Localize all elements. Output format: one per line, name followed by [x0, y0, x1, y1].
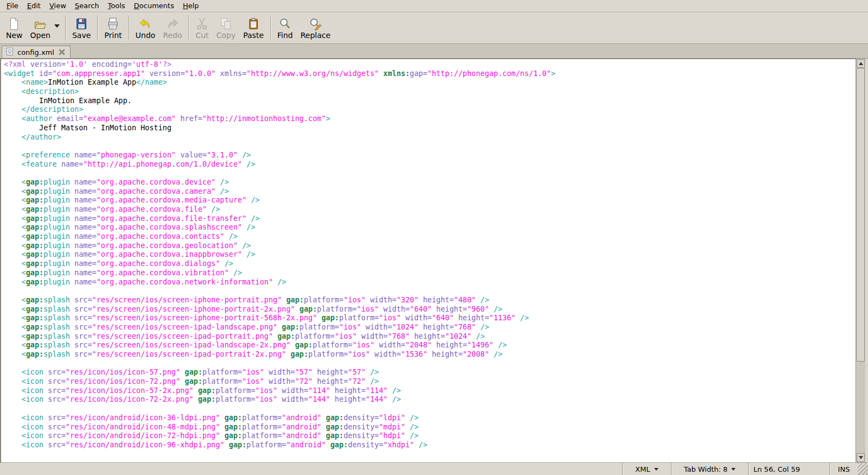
code-line: <gap:plugin name="org.apache.cordova.ina… — [4, 250, 856, 259]
status-bar: XML Tab Width: 8 Ln 56, Col 59 INS — [0, 463, 868, 475]
code-line: <gap:splash src="res/screen/ios/screen-i… — [4, 313, 856, 322]
chevron-down-icon — [731, 468, 736, 471]
tab-width-label: Tab Width: — [684, 465, 721, 473]
save-icon — [75, 17, 88, 30]
undo-icon — [139, 17, 152, 30]
tab-title: config.xml — [17, 48, 54, 56]
paste-icon — [247, 17, 260, 30]
editor-area[interactable]: <?xml version='1.0' encoding='utf-8'?><w… — [0, 59, 868, 463]
chevron-down-icon — [654, 468, 658, 471]
code-line: <gap:plugin name="org.apache.cordova.fil… — [4, 205, 856, 214]
toolbar-button-label: Find — [277, 31, 293, 40]
toolbar-button-paste[interactable]: Paste — [239, 16, 268, 41]
toolbar-button-label: Paste — [243, 31, 264, 40]
tab-width-selector[interactable]: Tab Width: 8 — [671, 463, 748, 475]
close-icon[interactable] — [58, 48, 66, 56]
code-line: <description> — [4, 87, 856, 96]
code-line — [4, 404, 856, 413]
menu-documents[interactable]: Documents — [130, 0, 179, 12]
toolbar-button-label: Copy — [216, 31, 236, 40]
code-line: <gap:splash src="res/screen/ios/screen-i… — [4, 305, 856, 314]
code-line: <icon src="res/icon/ios/icon-57-2x.png" … — [4, 386, 856, 395]
toolbar-button-print[interactable]: Print — [100, 16, 125, 41]
code-line: <gap:plugin name="org.apache.cordova.med… — [4, 195, 856, 205]
code-line: <icon src="res/icon/android/icon-36-ldpi… — [4, 413, 856, 422]
toolbar-button-replace[interactable]: Replace — [296, 16, 334, 41]
language-label: XML — [635, 465, 650, 473]
toolbar-separator — [129, 16, 129, 41]
code-line: <icon src="res/icon/android/icon-72-hdpi… — [4, 431, 856, 440]
code-line: <gap:plugin name="org.apache.cordova.spl… — [4, 223, 856, 232]
toolbar-button-label: Undo — [136, 31, 156, 40]
scrollbar-thumb[interactable] — [857, 68, 865, 362]
code-line: <icon src="res/icon/ios/icon-72.png" gap… — [4, 377, 856, 386]
menu-tools[interactable]: Tools — [104, 0, 130, 12]
toolbar-button-find[interactable]: Find — [274, 16, 297, 41]
menu-bar: FileEditViewSearchToolsDocumentsHelp — [0, 0, 868, 12]
open-folder-icon — [34, 17, 47, 30]
toolbar-button-label: Open — [30, 31, 50, 40]
menu-help[interactable]: Help — [179, 0, 204, 12]
text-content[interactable]: <?xml version='1.0' encoding='utf-8'?><w… — [1, 59, 856, 463]
toolbar-button-open[interactable]: Open — [27, 16, 54, 41]
code-line: <gap:plugin name="org.apache.cordova.con… — [4, 232, 856, 241]
statusbar-message-area — [0, 463, 622, 475]
toolbar-button-new[interactable]: New — [2, 16, 27, 41]
tab-bar: config.xml — [0, 44, 868, 59]
toolbar-button-redo: Redo — [159, 16, 186, 41]
code-line: <icon src="res/icon/android/icon-96-xhdp… — [4, 440, 856, 449]
code-line — [4, 359, 856, 368]
gedit-window: FileEditViewSearchToolsDocumentsHelp New… — [0, 0, 868, 475]
code-line: <?xml version='1.0' encoding='utf-8'?> — [4, 60, 856, 69]
find-icon — [278, 17, 292, 30]
code-line — [4, 141, 856, 150]
code-line: <author email="example@example.com" href… — [4, 114, 856, 123]
code-line — [4, 168, 856, 178]
tab-config-xml[interactable]: config.xml — [2, 46, 71, 58]
copy-icon — [219, 17, 232, 30]
toolbar-button-copy: Copy — [212, 16, 239, 41]
code-line: <gap:plugin name="org.apache.cordova.net… — [4, 277, 856, 287]
language-selector[interactable]: XML — [622, 463, 671, 475]
code-line: <gap:splash src="res/screen/ios/screen-i… — [4, 350, 856, 359]
arrow-down-icon — [859, 456, 863, 459]
code-line: <preference name="phonegap-version" valu… — [4, 150, 856, 160]
toolbar-separator — [97, 16, 98, 41]
code-line: </description> — [4, 105, 856, 114]
insert-mode-indicator: INS — [829, 463, 858, 475]
code-line: <gap:splash src="res/screen/ios/screen-i… — [4, 332, 856, 341]
code-line: <gap:plugin name="org.apache.cordova.vib… — [4, 268, 856, 277]
code-line: <gap:splash src="res/screen/ios/screen-i… — [4, 322, 856, 332]
scroll-up-button[interactable] — [857, 59, 865, 68]
toolbar: NewOpenSavePrintUndoRedoCutCopyPasteFind… — [0, 12, 868, 44]
code-line: Jeff Matson - InMotion Hosting — [4, 123, 856, 132]
code-line: <name>InMotion Example App</name> — [4, 78, 856, 87]
toolbar-button-save[interactable]: Save — [68, 16, 94, 41]
code-line: <gap:plugin name="org.apache.cordova.fil… — [4, 214, 856, 223]
code-line: <feature name="http://api.phonegap.com/1… — [4, 160, 856, 169]
cursor-position: Ln 56, Col 59 — [748, 463, 829, 475]
code-line: </author> — [4, 132, 856, 142]
code-line: <gap:plugin name="org.apache.cordova.dia… — [4, 259, 856, 268]
scroll-down-button[interactable] — [857, 453, 865, 462]
new-document-icon — [8, 17, 21, 30]
toolbar-button-label: Replace — [300, 31, 330, 40]
toolbar-button-label: Save — [72, 31, 91, 40]
toolbar-button-label: Cut — [195, 31, 208, 40]
open-dropdown-button[interactable] — [53, 15, 61, 37]
code-line: <gap:plugin name="org.apache.cordova.dev… — [4, 178, 856, 187]
toolbar-separator — [188, 16, 189, 41]
menu-file[interactable]: File — [2, 0, 23, 12]
toolbar-button-cut: Cut — [192, 16, 212, 41]
cut-icon — [195, 17, 208, 30]
menu-view[interactable]: View — [45, 0, 71, 12]
replace-icon — [309, 17, 322, 30]
menu-search[interactable]: Search — [71, 0, 104, 12]
redo-icon — [166, 17, 179, 30]
toolbar-button-label: Redo — [163, 31, 182, 40]
vertical-scrollbar[interactable] — [856, 59, 865, 463]
menu-edit[interactable]: Edit — [23, 0, 45, 12]
toolbar-button-undo[interactable]: Undo — [132, 16, 160, 41]
resize-grip[interactable] — [858, 463, 868, 475]
toolbar-button-label: Print — [104, 31, 122, 40]
